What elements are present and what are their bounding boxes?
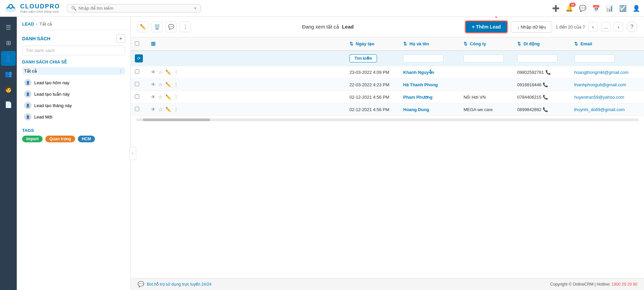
sidebar-person-icon[interactable]: 🧑 <box>1 82 16 97</box>
search-name-input[interactable] <box>403 54 443 62</box>
email-link[interactable]: hoangthongmkt@gmail.com <box>574 70 629 75</box>
email-link[interactable]: huyentran59@yahoo.com <box>574 95 624 100</box>
search-filter-row: ⟳ Tìm kiếm <box>131 51 644 66</box>
more-icon[interactable]: ⋮ <box>174 107 178 112</box>
tag-important[interactable]: Quan trọng <box>45 136 75 142</box>
view-icon[interactable]: 👁 <box>151 82 156 87</box>
tag-hcm[interactable]: HCM <box>78 136 95 142</box>
lead-name[interactable]: Pham Phương <box>403 95 433 100</box>
shared-all-menu[interactable]: ⋮ <box>119 68 123 74</box>
lead-name[interactable]: Khanh Nguyễn <box>403 70 434 75</box>
view-icon[interactable]: 👁 <box>151 94 156 100</box>
list-item-month[interactable]: 👤 Lead tạo tháng này <box>22 100 125 111</box>
star-icon[interactable]: ☆ <box>158 94 163 100</box>
col-name-header[interactable]: ⇅ Họ và tên <box>399 37 460 51</box>
sidebar-contacts-icon[interactable]: 👤 <box>1 51 16 66</box>
delete-icon-btn[interactable]: 🗑️ <box>152 21 162 32</box>
email-link[interactable]: thuynhi_do69@gmail.com <box>574 107 625 112</box>
col-email-header[interactable]: ⇅ Email <box>570 37 644 51</box>
collapse-panel-button[interactable]: ‹ <box>129 147 136 160</box>
star-icon[interactable]: ☆ <box>158 69 163 75</box>
view-icon[interactable]: 👁 <box>151 107 156 112</box>
page-prev-button[interactable]: ‹ <box>588 22 598 32</box>
shared-section-title: DANH SÁCH CHIA SẺ <box>22 59 125 64</box>
view-icon[interactable]: 👁 <box>151 69 156 75</box>
search-bar[interactable]: 🔍 ▾ <box>67 4 201 12</box>
import-data-button[interactable]: ↓ Nhập dữ liệu <box>511 21 552 33</box>
list-item-label: Lead tạo tuần này <box>34 92 70 97</box>
page-more-button[interactable]: … <box>601 22 610 32</box>
add-lead-button[interactable]: + Thêm Lead <box>465 21 507 33</box>
scroll-thumb[interactable] <box>143 118 210 121</box>
user-icon[interactable]: 👤 <box>633 5 640 12</box>
list-item-week[interactable]: 👤 Lead tạo tuần này <box>22 88 125 100</box>
row-checkbox[interactable] <box>135 69 139 74</box>
lead-name[interactable]: Hà Thanh Phong <box>403 82 438 87</box>
edit-icon[interactable]: ✏️ <box>165 94 171 100</box>
phone-icon[interactable]: 📞 <box>543 107 548 112</box>
phone-icon[interactable]: 📞 <box>543 82 548 87</box>
row-company <box>460 79 513 91</box>
calendar-icon[interactable]: 📅 <box>592 5 600 12</box>
chat-icon[interactable]: 💬 <box>579 5 586 12</box>
sidebar-menu-icon[interactable]: ☰ <box>1 20 16 35</box>
breadcrumb-lead[interactable]: LEAD <box>22 21 34 27</box>
search-input[interactable] <box>78 6 194 11</box>
row-checkbox[interactable] <box>135 94 139 99</box>
email-link[interactable]: thanhphonguit@gmail.com <box>574 82 626 87</box>
star-icon[interactable]: ☆ <box>158 82 163 87</box>
shared-list: 👤 Lead tạo hôm nay 👤 Lead tạo tuần này 👤… <box>22 77 125 123</box>
add-list-button[interactable]: + <box>116 34 125 43</box>
add-icon[interactable]: ➕ <box>552 5 559 12</box>
tag-import[interactable]: import <box>22 136 43 142</box>
row-name-cell: Pham Phương <box>399 91 460 103</box>
hotline-link[interactable]: 1900 29 29 90 <box>611 282 637 287</box>
svg-line-4 <box>496 17 506 17</box>
lead-name[interactable]: Hoang Dung <box>403 107 429 112</box>
col-phone-header[interactable]: ⇅ Di động <box>513 37 570 51</box>
search-email-input[interactable] <box>574 54 614 62</box>
phone-icon[interactable]: 📞 <box>543 95 548 100</box>
search-phone-input[interactable] <box>517 54 557 62</box>
search-company-input[interactable] <box>464 54 504 62</box>
row-checkbox[interactable] <box>135 107 139 111</box>
edit-icon-btn[interactable]: ✏️ <box>138 21 148 32</box>
footer: 💬 Bot hỗ trợ sử dụng trực tuyến 24/24 Co… <box>131 278 644 290</box>
shared-section: DANH SÁCH CHIA SẺ Tất cả ⋮ 👤 Lead tạo hô… <box>17 59 130 123</box>
more-icon[interactable]: ⋮ <box>174 69 178 75</box>
edit-icon[interactable]: ✏️ <box>165 107 171 112</box>
content-header: ✏️ 🗑️ 💬 ⋮ Đang xem tất cả Lead + Thêm Le… <box>131 17 644 37</box>
comment-icon-btn[interactable]: 💬 <box>166 21 176 32</box>
layout-icon[interactable]: ⊞ <box>151 41 155 47</box>
col-email-label: Email <box>581 41 592 46</box>
star-icon[interactable]: ☆ <box>158 107 163 112</box>
more-icon-btn[interactable]: ⋮ <box>180 21 191 32</box>
help-button[interactable]: ? <box>627 21 637 32</box>
list-item-today[interactable]: 👤 Lead tạo hôm nay <box>22 77 125 88</box>
shared-all-item[interactable]: Tất cả ⋮ <box>22 67 125 75</box>
tasks-icon[interactable]: ☑️ <box>619 5 627 12</box>
row-actions: 👁 ☆ ✏️ ⋮ <box>151 69 341 75</box>
page-next-button[interactable]: › <box>614 22 623 32</box>
notification-icon[interactable]: 🔔 36 <box>566 5 573 12</box>
dropdown-icon[interactable]: ▾ <box>194 6 197 11</box>
horizontal-scrollbar[interactable] <box>136 118 639 121</box>
select-all-checkbox[interactable] <box>135 41 139 46</box>
phone-icon[interactable]: 📞 <box>545 70 551 75</box>
more-icon[interactable]: ⋮ <box>174 94 178 100</box>
sidebar-docs-icon[interactable]: 📄 <box>1 97 16 112</box>
search-filter-button[interactable]: Tìm kiếm <box>350 54 377 62</box>
edit-icon[interactable]: ✏️ <box>165 69 171 75</box>
filter-reset-icon[interactable]: ⟳ <box>135 54 143 62</box>
list-search-input[interactable]: Tìm danh sách <box>22 46 125 55</box>
sidebar-leads-icon[interactable]: 👥 <box>1 66 16 81</box>
row-checkbox[interactable] <box>135 82 139 86</box>
row-email-cell: thuynhi_do69@gmail.com <box>570 103 644 116</box>
analytics-icon[interactable]: 📊 <box>606 5 613 12</box>
edit-icon[interactable]: ✏️ <box>165 82 171 87</box>
sidebar-dashboard-icon[interactable]: ⊞ <box>1 36 16 50</box>
list-item-new[interactable]: 👤 Lead Mới <box>22 111 125 123</box>
col-company-header[interactable]: ⇅ Công ty <box>460 37 513 51</box>
col-date-header[interactable]: ⇅ Ngày tạo <box>345 37 399 51</box>
more-icon[interactable]: ⋮ <box>174 82 178 87</box>
